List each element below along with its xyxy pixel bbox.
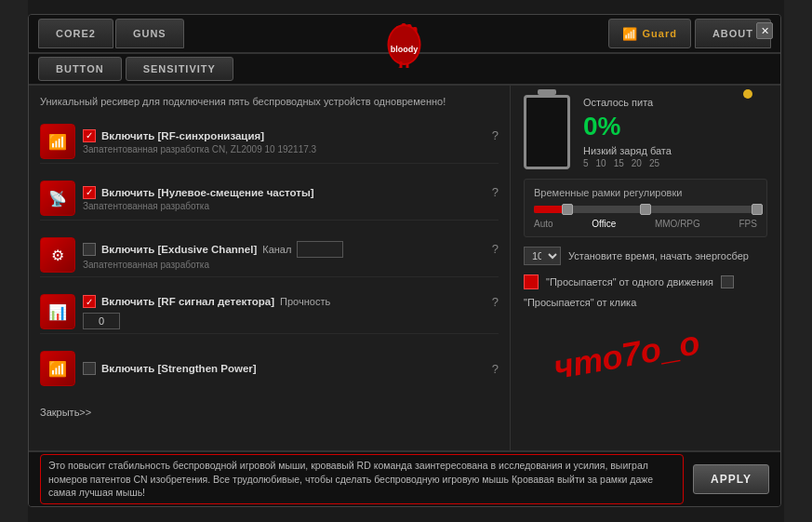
svg-rect-6 (400, 61, 403, 68)
scale-10: 10 (596, 158, 606, 168)
close-button[interactable]: ✕ (756, 22, 773, 39)
graffiti-svg: что7о_о (545, 314, 735, 385)
time-slider-track[interactable] (534, 206, 757, 213)
help-icon-rf[interactable]: ? (492, 128, 499, 142)
right-panel: Осталось пита 0% Низкий заряд бата 5 10 … (511, 86, 780, 450)
battery-label: Осталось пита (583, 97, 767, 108)
bottom-bar: Это повысит стабильность беспроводной иг… (29, 450, 780, 506)
time-frames-label: Временные рамки регулировки (534, 187, 757, 198)
checkbox-exclusive[interactable] (83, 243, 96, 256)
feature-body-rf-signal: ✓ Включить [RF сигнал детектора] Прочнос… (83, 295, 499, 329)
checkbox-zero-shift[interactable]: ✓ (83, 186, 96, 199)
tab-guard-label: Guard (642, 28, 676, 39)
feature-subtitle-zero-shift: Запатентованная разработка (83, 201, 499, 211)
checkbox-check-icon: ✓ (86, 130, 93, 141)
marker-auto: Auto (534, 219, 553, 229)
channel-label: Канал (262, 244, 291, 255)
help-icon-exclusive[interactable]: ? (492, 242, 499, 256)
feature-label-row-rf: ✓ Включить [RF-синхронизация] ? (83, 128, 499, 142)
checkbox-check-icon2: ✓ (86, 187, 93, 197)
feature-title-zero-shift: Включить [Нулевое-смещение частоты] (101, 187, 314, 198)
wake-click-label: "Просыпается" от клика (524, 297, 636, 308)
svg-text:что7о_о: что7о_о (551, 323, 702, 385)
feature-label-row-zero: ✓ Включить [Нулевое-смещение частоты] ? (83, 185, 499, 199)
tab-sensitivity[interactable]: Sensitivity (126, 57, 233, 81)
apply-button[interactable]: APPLY (693, 464, 769, 494)
help-icon-rf-signal[interactable]: ? (492, 295, 499, 309)
nav-bar: Core2 Guns bloody (29, 15, 780, 54)
app-window: Core2 Guns bloody (28, 14, 781, 507)
marker-mmorphg: MMO/RPG (655, 219, 700, 229)
battery-section: Осталось пита 0% Низкий заряд бата 5 10 … (524, 95, 767, 169)
energy-saver-label: Установите время, начать энергосбер (568, 250, 749, 261)
checkbox-rf-signal[interactable]: ✓ (83, 295, 96, 308)
tab-guard[interactable]: 📶 Guard (608, 19, 690, 48)
side-right-decoration (784, 0, 812, 522)
feature-body-zero-shift: ✓ Включить [Нулевое-смещение частоты] ? … (83, 185, 499, 211)
slider-thumb-mid[interactable] (640, 204, 651, 215)
nav-tabs-right: 📶 Guard About (608, 19, 771, 48)
battery-icon (524, 95, 570, 169)
checkbox-rf-sync[interactable]: ✓ (83, 129, 96, 142)
tab-button[interactable]: Button (38, 57, 122, 81)
battery-info: Осталось пита 0% Низкий заряд бата 5 10 … (583, 97, 767, 168)
feature-body-rf-sync: ✓ Включить [RF-синхронизация] ? Запатент… (83, 128, 499, 154)
feature-icon-exclusive: ⚙ (40, 237, 75, 273)
strength-label: Прочность (280, 296, 330, 307)
svg-text:bloody: bloody (391, 45, 419, 54)
tab-guns[interactable]: Guns (115, 19, 184, 48)
wake-click-checkbox[interactable] (721, 275, 734, 288)
battery-scale: 5 10 15 20 25 (583, 158, 767, 168)
panel-description: Уникальный ресивер для подключения пять … (40, 95, 499, 109)
slider-thumb-right[interactable] (752, 204, 763, 215)
wake-motion-checkbox[interactable] (524, 274, 539, 289)
feature-title-rf-sync: Включить [RF-синхронизация] (101, 130, 264, 141)
feature-body-exclusive: Включить [Exdusive Channel] Канал ? Запа… (83, 241, 499, 270)
energy-saver-row: 10 20 30 Установите время, начать энерго… (524, 247, 767, 265)
tab-core2[interactable]: Core2 (38, 19, 113, 48)
feature-label-row-strengthen: Включить [Strengthen Power] ? (83, 362, 499, 376)
feature-label-row-rf-signal: ✓ Включить [RF сигнал детектора] Прочнос… (83, 295, 499, 309)
help-icon-zero[interactable]: ? (492, 185, 499, 199)
energy-time-select[interactable]: 10 20 30 (524, 247, 561, 265)
checkbox-strengthen[interactable] (83, 362, 96, 375)
wifi-icon: 📶 (622, 27, 638, 41)
wake-row: "Просыпается" от одного движения "Просып… (524, 274, 767, 308)
bottom-info-text: Это повысит стабильность беспроводной иг… (40, 454, 684, 504)
channel-input[interactable] (297, 241, 343, 258)
feature-title-exclusive: Включить [Exdusive Channel] (101, 244, 257, 255)
scale-15: 15 (614, 158, 624, 168)
yellow-indicator (743, 89, 752, 99)
power-icon: 📶 (48, 360, 67, 378)
left-panel: Уникальный ресивер для подключения пять … (29, 86, 511, 450)
feature-label-row-exclusive: Включить [Exdusive Channel] Канал ? (83, 241, 499, 258)
strength-input[interactable] (83, 313, 120, 329)
signal-bar-icon: 📊 (48, 303, 67, 321)
side-left-decoration (0, 0, 28, 522)
marker-office: Office (592, 219, 616, 229)
graffiti-text: что7о_о (545, 314, 736, 393)
close-link[interactable]: Закрыть>> (40, 407, 91, 418)
page-indicator: ◀ 6 ▶ (29, 506, 780, 507)
feature-icon-rf-sync: 📶 (40, 124, 75, 159)
checkbox-check-icon3: ✓ (86, 297, 93, 307)
slider-thumb-auto[interactable] (562, 204, 573, 215)
feature-subtitle-exclusive: Запатентованная разработка (83, 260, 499, 270)
feature-row-rf-signal: 📊 ✓ Включить [RF сигнал детектора] Прочн… (40, 290, 499, 334)
svg-rect-7 (406, 63, 409, 68)
main-content: Уникальный ресивер для подключения пять … (29, 86, 780, 450)
battery-percent: 0% (583, 112, 767, 141)
help-icon-strengthen[interactable]: ? (492, 362, 499, 376)
feature-subtitle-rf-sync: Запатентованная разработка CN, ZL2009 10… (83, 144, 499, 154)
scale-25: 25 (649, 158, 659, 168)
feature-row-strengthen: 📶 Включить [Strengthen Power] ? (40, 347, 499, 390)
app-logo: bloody (379, 17, 431, 71)
wifi-icon-rf: 📶 (48, 133, 67, 151)
slider-markers: Auto Office MMO/RPG FPS (534, 219, 757, 229)
feature-body-strengthen: Включить [Strengthen Power] ? (83, 362, 499, 376)
time-frames-section: Временные рамки регулировки Auto Office … (524, 179, 767, 237)
feature-icon-zero-shift: 📡 (40, 181, 75, 216)
feature-row-zero-shift: 📡 ✓ Включить [Нулевое-смещение частоты] … (40, 177, 499, 221)
feature-row-exclusive: ⚙ Включить [Exdusive Channel] Канал ? За… (40, 234, 499, 277)
scale-5: 5 (583, 158, 589, 168)
